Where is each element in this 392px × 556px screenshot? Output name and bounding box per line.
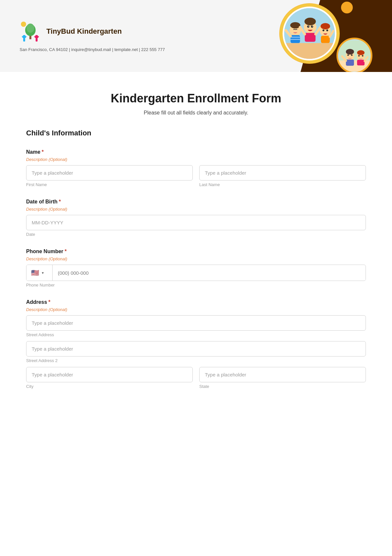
- last-name-sublabel: Last Name: [199, 182, 366, 187]
- dob-sublabel: Date: [26, 232, 366, 237]
- svg-point-0: [21, 22, 26, 27]
- header-decoration: [255, 0, 392, 72]
- svg-point-12: [281, 5, 338, 62]
- last-name-input[interactable]: [199, 165, 366, 181]
- city-sublabel: City: [26, 384, 193, 389]
- svg-rect-39: [346, 59, 354, 65]
- dob-field-label: Date of Birth *: [26, 199, 366, 205]
- svg-point-3: [26, 24, 34, 33]
- street-address-col: Street Address: [26, 315, 366, 337]
- country-code-selector[interactable]: 🇺🇸 ▼: [26, 265, 53, 281]
- first-name-col: First Name: [26, 165, 193, 187]
- address-description: Description (Optional): [26, 307, 366, 312]
- name-label-text: Name: [26, 149, 41, 155]
- form-subtitle: Please fill out all fields clearly and a…: [26, 110, 366, 116]
- section-title-child-info: Child's Information: [26, 129, 366, 139]
- svg-point-47: [358, 55, 360, 57]
- phone-description: Description (Optional): [26, 256, 366, 261]
- orange-dot: [341, 2, 353, 13]
- dob-field-group: Date of Birth * Description (Optional) D…: [26, 199, 366, 237]
- dob-description: Description (Optional): [26, 207, 366, 212]
- phone-field-group: Phone Number * Description (Optional) 🇺🇸…: [26, 249, 366, 287]
- address-required-star: *: [48, 299, 50, 305]
- name-field-label: Name *: [26, 149, 366, 155]
- street-address2-col: Street Address 2: [26, 341, 366, 363]
- page-header: TinyBud Kindergarten San Francisco, CA 9…: [0, 0, 392, 72]
- dob-col: Date: [26, 215, 366, 237]
- school-contact-info: San Francisco, CA 94102 | inquire@tinybu…: [20, 47, 165, 52]
- phone-number-input[interactable]: [53, 266, 366, 280]
- name-input-row: First Name Last Name: [26, 165, 366, 187]
- svg-point-46: [357, 50, 365, 55]
- state-sublabel: State: [199, 384, 366, 389]
- dob-input[interactable]: [26, 215, 366, 230]
- state-col: State: [199, 367, 366, 389]
- school-name: TinyBud Kindergarten: [46, 27, 122, 36]
- svg-point-41: [347, 54, 349, 56]
- phone-label-text: Phone Number: [26, 249, 63, 254]
- kids-photo-small: [336, 38, 372, 72]
- svg-point-48: [362, 55, 363, 57]
- school-logo-icon: [20, 20, 42, 43]
- us-flag-icon: 🇺🇸: [31, 269, 39, 277]
- school-info-area: TinyBud Kindergarten San Francisco, CA 9…: [20, 20, 165, 52]
- dob-label-text: Date of Birth: [26, 199, 57, 205]
- address-field-group: Address * Description (Optional) Street …: [26, 299, 366, 389]
- phone-input-row: 🇺🇸 ▼: [26, 265, 366, 281]
- name-required-star: *: [42, 149, 44, 155]
- dob-required-star: *: [59, 199, 61, 205]
- phone-required-star: *: [65, 249, 67, 254]
- street-address-sublabel: Street Address: [26, 332, 366, 337]
- name-description: Description (Optional): [26, 157, 366, 162]
- address-field-label: Address *: [26, 299, 366, 305]
- svg-rect-45: [357, 60, 365, 65]
- svg-rect-37: [339, 60, 370, 71]
- city-input[interactable]: [26, 367, 193, 382]
- svg-point-42: [351, 54, 352, 56]
- svg-point-40: [346, 49, 354, 54]
- first-name-input[interactable]: [26, 165, 193, 181]
- phone-field-label: Phone Number *: [26, 249, 366, 254]
- main-content: Kindergarten Enrollment Form Please fill…: [0, 72, 392, 420]
- street-address-input[interactable]: [26, 315, 366, 331]
- last-name-col: Last Name: [199, 165, 366, 187]
- city-col: City: [26, 367, 193, 389]
- logo-area: TinyBud Kindergarten: [20, 20, 165, 43]
- address-label-text: Address: [26, 299, 47, 305]
- state-input[interactable]: [199, 367, 366, 382]
- city-state-row: City State: [26, 367, 366, 389]
- phone-col: 🇺🇸 ▼ Phone Number: [26, 265, 366, 287]
- street-address2-sublabel: Street Address 2: [26, 358, 366, 363]
- street-address2-input[interactable]: [26, 341, 366, 356]
- chevron-down-icon: ▼: [41, 271, 44, 275]
- form-title: Kindergarten Enrollment Form: [26, 92, 366, 105]
- name-field-group: Name * Description (Optional) First Name…: [26, 149, 366, 187]
- phone-sublabel: Phone Number: [26, 283, 366, 287]
- first-name-sublabel: First Name: [26, 182, 193, 187]
- main-photo-circle: [279, 3, 340, 64]
